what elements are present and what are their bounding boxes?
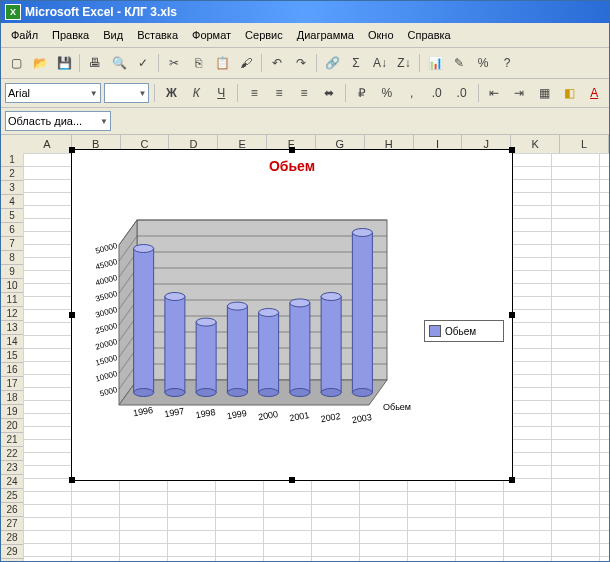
menu-help[interactable]: Справка [402, 27, 457, 43]
row-header[interactable]: 27 [1, 517, 23, 531]
worksheet-grid[interactable]: ABCDEFGHIJKL 123456789101112131415161718… [1, 135, 609, 562]
row-header[interactable]: 22 [1, 447, 23, 461]
chart-title[interactable]: Обьем [72, 158, 512, 174]
row-header[interactable]: 19 [1, 405, 23, 419]
resize-handle[interactable] [289, 147, 295, 153]
paste-icon[interactable]: 📋 [211, 52, 233, 74]
borders-icon[interactable]: ▦ [533, 82, 555, 104]
italic-icon[interactable]: К [185, 82, 207, 104]
format-painter-icon[interactable]: 🖌 [235, 52, 257, 74]
menu-window[interactable]: Окно [362, 27, 400, 43]
chart-plot-area[interactable]: 5000100001500020000250003000035000400004… [82, 190, 422, 460]
row-header[interactable]: 17 [1, 377, 23, 391]
cut-icon[interactable]: ✂ [163, 52, 185, 74]
copy-icon[interactable]: ⎘ [187, 52, 209, 74]
resize-handle[interactable] [509, 312, 515, 318]
row-header[interactable]: 13 [1, 321, 23, 335]
chart-wizard-icon[interactable]: 📊 [424, 52, 446, 74]
menu-edit[interactable]: Правка [46, 27, 95, 43]
row-header[interactable]: 3 [1, 181, 23, 195]
menu-view[interactable]: Вид [97, 27, 129, 43]
chart-legend[interactable]: Обьем [424, 320, 504, 342]
spell-icon[interactable]: ✓ [132, 52, 154, 74]
drawing-icon[interactable]: ✎ [448, 52, 470, 74]
row-header[interactable]: 1 [1, 153, 23, 167]
row-header[interactable]: 7 [1, 237, 23, 251]
svg-text:2003: 2003 [351, 412, 372, 425]
zoom-icon[interactable]: % [472, 52, 494, 74]
row-header[interactable]: 2 [1, 167, 23, 181]
align-center-icon[interactable]: ≡ [268, 82, 290, 104]
row-header[interactable]: 21 [1, 433, 23, 447]
row-header[interactable]: 8 [1, 251, 23, 265]
row-header[interactable]: 12 [1, 307, 23, 321]
row-header[interactable]: 25 [1, 489, 23, 503]
row-header[interactable]: 24 [1, 475, 23, 489]
underline-icon[interactable]: Ч [210, 82, 232, 104]
row-header[interactable]: 20 [1, 419, 23, 433]
align-right-icon[interactable]: ≡ [293, 82, 315, 104]
font-combo[interactable]: Arial ▼ [5, 83, 101, 103]
sort-asc-icon[interactable]: A↓ [369, 52, 391, 74]
indent-decrease-icon[interactable]: ⇤ [484, 82, 506, 104]
increase-decimal-icon[interactable]: .0 [426, 82, 448, 104]
resize-handle[interactable] [509, 147, 515, 153]
decrease-decimal-icon[interactable]: .0 [451, 82, 473, 104]
resize-handle[interactable] [289, 477, 295, 483]
legend-swatch [429, 325, 441, 337]
redo-icon[interactable]: ↷ [290, 52, 312, 74]
resize-handle[interactable] [69, 477, 75, 483]
menu-insert[interactable]: Вставка [131, 27, 184, 43]
bold-icon[interactable]: Ж [160, 82, 182, 104]
row-header[interactable]: 18 [1, 391, 23, 405]
comma-icon[interactable]: , [401, 82, 423, 104]
select-all-corner[interactable] [1, 135, 24, 154]
sort-desc-icon[interactable]: Z↓ [393, 52, 415, 74]
preview-icon[interactable]: 🔍 [108, 52, 130, 74]
column-header[interactable]: A [23, 135, 72, 153]
name-box[interactable]: Область диа... ▼ [5, 111, 111, 131]
menu-diagram[interactable]: Диаграмма [291, 27, 360, 43]
svg-rect-58 [321, 297, 341, 393]
fill-color-icon[interactable]: ◧ [558, 82, 580, 104]
row-header[interactable]: 15 [1, 349, 23, 363]
row-header[interactable]: 4 [1, 195, 23, 209]
resize-handle[interactable] [509, 477, 515, 483]
resize-handle[interactable] [69, 147, 75, 153]
row-headers[interactable]: 1234567891011121314151617181920212223242… [1, 153, 24, 562]
font-color-icon[interactable]: A [583, 82, 605, 104]
row-header[interactable]: 26 [1, 503, 23, 517]
chart-object[interactable]: Обьем 5000100001500020000250003000035000… [71, 149, 513, 481]
row-header[interactable]: 5 [1, 209, 23, 223]
help-icon[interactable]: ? [496, 52, 518, 74]
merge-icon[interactable]: ⬌ [318, 82, 340, 104]
row-header[interactable]: 9 [1, 265, 23, 279]
row-header[interactable]: 23 [1, 461, 23, 475]
row-header[interactable]: 14 [1, 335, 23, 349]
menu-format[interactable]: Формат [186, 27, 237, 43]
new-icon[interactable]: ▢ [5, 52, 27, 74]
hyperlink-icon[interactable]: 🔗 [321, 52, 343, 74]
align-left-icon[interactable]: ≡ [243, 82, 265, 104]
autosum-icon[interactable]: Σ [345, 52, 367, 74]
row-header[interactable]: 6 [1, 223, 23, 237]
row-header[interactable]: 10 [1, 279, 23, 293]
row-header[interactable]: 28 [1, 531, 23, 545]
svg-rect-46 [227, 306, 247, 392]
print-icon[interactable]: 🖶 [84, 52, 106, 74]
menu-file[interactable]: Файл [5, 27, 44, 43]
open-icon[interactable]: 📂 [29, 52, 51, 74]
column-header[interactable]: K [511, 135, 560, 153]
row-header[interactable]: 11 [1, 293, 23, 307]
row-header[interactable]: 16 [1, 363, 23, 377]
font-size-combo[interactable]: ▼ [104, 83, 150, 103]
menu-service[interactable]: Сервис [239, 27, 289, 43]
resize-handle[interactable] [69, 312, 75, 318]
indent-increase-icon[interactable]: ⇥ [508, 82, 530, 104]
column-header[interactable]: L [560, 135, 609, 153]
save-icon[interactable]: 💾 [53, 52, 75, 74]
row-header[interactable]: 29 [1, 545, 23, 559]
undo-icon[interactable]: ↶ [266, 52, 288, 74]
currency-icon[interactable]: ₽ [351, 82, 373, 104]
percent-icon[interactable]: % [376, 82, 398, 104]
